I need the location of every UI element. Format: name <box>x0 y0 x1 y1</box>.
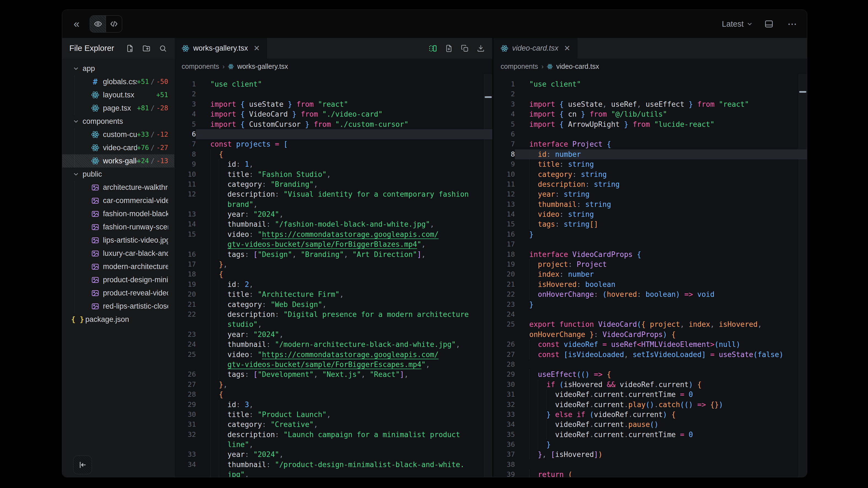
chevron-right-icon: › <box>222 63 224 70</box>
line-number: 22 <box>175 310 196 319</box>
new-folder-icon[interactable] <box>142 44 151 53</box>
indent-guide <box>538 410 538 420</box>
code-line-3: 3import { useState, useRef, useEffect } … <box>493 99 807 109</box>
line-number: 39 <box>493 469 515 477</box>
tree-file-works-galler[interactable]: works-galler…+24/-13 <box>62 154 174 167</box>
app-window: « <box>62 10 807 477</box>
code-line-6: 6 <box>493 129 807 139</box>
code-line-30: 30title: "Product Launch", <box>175 410 492 420</box>
close-icon[interactable]: ✕ <box>253 44 260 53</box>
chevron-right-icon: › <box>541 63 544 70</box>
copy-icon[interactable] <box>460 43 470 53</box>
code-text: gtv-videos-bucket/sample/ForBiggerBlazes… <box>196 239 492 249</box>
tree-file-lips-artistic-video.jpg[interactable]: lips-artistic-video.jpg <box>62 233 174 247</box>
code-text: id: number <box>515 150 807 159</box>
tree-file-globals.css[interactable]: #globals.css+51/-50 <box>62 75 174 88</box>
breadcrumb-file[interactable]: works-gallery.tsx <box>237 62 288 70</box>
code-text: import { CustomCursor } from "./custom-c… <box>196 119 492 129</box>
indent-guide <box>219 299 219 310</box>
tree-file-layout.tsx[interactable]: layout.tsx+51 <box>62 88 174 101</box>
preview-toggle-button[interactable] <box>90 16 106 32</box>
scrollbar-thumb-left[interactable] <box>485 96 492 98</box>
tree-file-custom-curs[interactable]: custom-curs…+33/-12 <box>62 128 174 141</box>
tree-file-video-card.tsx[interactable]: video-card.tsx+76/-27 <box>62 141 174 154</box>
indent-guide <box>547 400 547 410</box>
indent-guide <box>219 420 219 429</box>
code-line-26: 26tags: ["Development", "Next.js", "Reac… <box>175 369 492 379</box>
code-text: } <box>515 299 807 310</box>
indent-guide <box>210 319 211 329</box>
collapse-panel-button[interactable]: « <box>69 17 84 31</box>
breadcrumb-file[interactable]: video-card.tsx <box>556 62 599 70</box>
breadcrumb-folder[interactable]: components <box>501 62 538 70</box>
code-line-31: 31videoRef.current.currentTime = 0 <box>493 390 807 399</box>
code-line-wrap: onHoverChange }: VideoCardProps) { <box>493 330 807 339</box>
search-icon[interactable] <box>158 44 167 53</box>
indent-guide <box>538 380 538 390</box>
code-text: title: "Product Launch", <box>196 410 492 420</box>
indent-guide <box>210 250 211 259</box>
code-text: import { useState } from "react" <box>196 99 492 109</box>
image-icon <box>91 209 100 218</box>
code-line-13: 13year: "2024", <box>175 209 492 219</box>
indent-guide <box>219 460 219 469</box>
tree-file-product-design-minim[interactable]: product-design-minim… <box>62 273 174 286</box>
line-number: 1 <box>493 79 515 89</box>
close-icon[interactable]: ✕ <box>564 44 570 53</box>
breadcrumb-folder[interactable]: components <box>182 62 219 70</box>
code-toggle-button[interactable] <box>106 16 122 32</box>
code-text: id: 1, <box>196 159 492 169</box>
code-text: "use client" <box>196 79 492 89</box>
layout-panel-button[interactable] <box>762 17 776 31</box>
tree-folder-app[interactable]: app <box>62 62 174 75</box>
tab-video-card[interactable]: video-card.tsx ✕ <box>493 38 578 59</box>
collapse-sidebar-button[interactable] <box>73 456 92 474</box>
tree-file-fashion-model-black[interactable]: fashion-model-black-… <box>62 207 174 220</box>
code-line-21: 21category: "Web Design", <box>175 299 492 310</box>
tree-file-architecture-walkthro[interactable]: architecture-walkthro… <box>62 181 174 194</box>
code-line-27: 27const [isVideoLoaded, setIsVideoLoaded… <box>493 350 807 360</box>
file-explorer-header: File Explorer <box>62 38 174 59</box>
split-editor-icon[interactable] <box>428 43 438 53</box>
code-text: thumbnail: string <box>515 199 807 209</box>
tree-folder-public[interactable]: public <box>62 167 174 181</box>
code-text: interface Project { <box>515 139 807 149</box>
indent-guide <box>210 420 211 429</box>
indent-guide <box>219 469 219 477</box>
download-icon[interactable] <box>476 43 486 53</box>
code-text: year: "2024", <box>196 209 492 219</box>
indent-guide <box>210 280 211 289</box>
version-selector[interactable]: Latest <box>722 20 752 29</box>
tree-file-package.json[interactable]: { }package.json <box>62 313 174 326</box>
tree-folder-components[interactable]: components <box>62 115 174 128</box>
tree-file-red-lips-artistic-close[interactable]: red-lips-artistic-close… <box>62 299 174 313</box>
line-number: 27 <box>493 350 515 360</box>
code-line-29: 29useEffect(() => { <box>493 369 807 379</box>
diff-stats: +33/-12 <box>137 131 168 138</box>
more-button[interactable]: ⋯ <box>785 17 800 31</box>
line-number: 2 <box>175 89 196 99</box>
tree-file-car-commercial-video[interactable]: car-commercial-video… <box>62 194 174 207</box>
tree-file-modern-architecture[interactable]: modern-architecture-… <box>62 260 174 273</box>
version-label: Latest <box>722 20 744 29</box>
indent-guide <box>210 410 211 420</box>
new-file-icon[interactable] <box>125 44 134 53</box>
indent-guide <box>210 229 211 239</box>
add-file-icon[interactable] <box>444 43 454 53</box>
indent-guide <box>538 420 538 429</box>
line-number: 26 <box>175 369 196 379</box>
tree-file-page.tsx[interactable]: page.tsx+81/-28 <box>62 101 174 115</box>
indent-guide <box>219 360 219 369</box>
tab-works-gallery[interactable]: works-gallery.tsx ✕ <box>175 38 268 59</box>
line-number: 17 <box>493 239 515 249</box>
file-name: fashion-model-black-… <box>103 209 168 218</box>
code-line-30: 30if (isHovered && videoRef.current) { <box>493 380 807 390</box>
line-number: 34 <box>175 460 196 469</box>
code-line-38: 38 <box>493 460 807 469</box>
code-line-18: 18{ <box>175 269 492 279</box>
tree-file-luxury-car-black-and[interactable]: luxury-car-black-and-… <box>62 247 174 260</box>
tree-file-fashion-runway-scen[interactable]: fashion-runway-scen… <box>62 220 174 233</box>
scrollbar-thumb-right[interactable] <box>799 91 806 93</box>
layout-panel-icon <box>765 20 773 28</box>
tree-file-product-reveal-video.j[interactable]: product-reveal-video.j… <box>62 286 174 299</box>
